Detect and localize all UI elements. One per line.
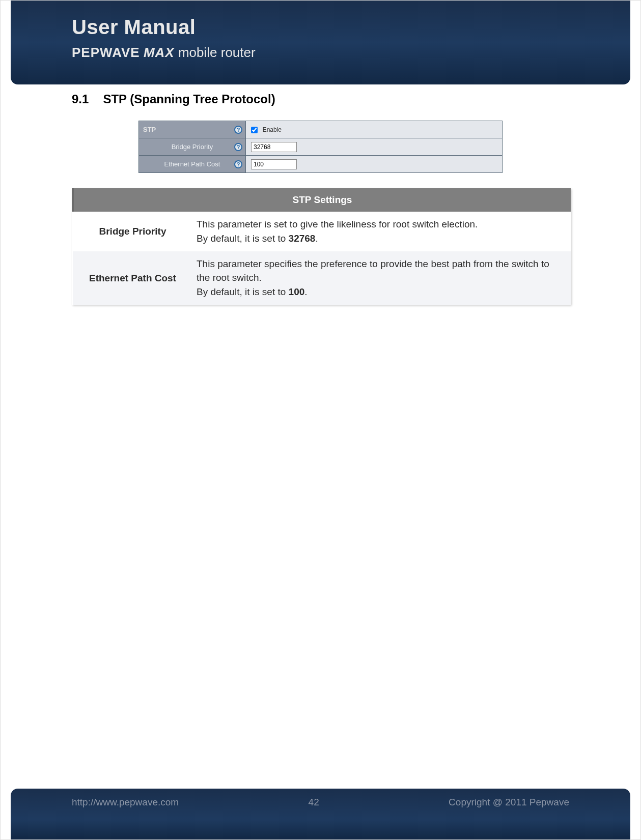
header-title: User Manual	[72, 16, 630, 39]
stp-enable-label: Enable	[263, 126, 282, 133]
ethernet-path-cost-input[interactable]	[251, 159, 297, 169]
config-value-bridge-priority	[246, 138, 503, 156]
settings-row-bridge-priority: Bridge Priority This parameter is set to…	[73, 212, 571, 251]
footer-page-number: 42	[309, 797, 319, 808]
document-page: User Manual PEPWAVE MAX mobile router 9.…	[0, 0, 641, 840]
settings-row-ethernet-path-cost: Ethernet Path Cost This parameter specif…	[73, 251, 571, 305]
default-prefix: By default, it is set to	[197, 286, 289, 297]
footer-url: http://www.pepwave.com	[72, 797, 179, 808]
default-prefix: By default, it is set to	[197, 233, 289, 244]
config-row-stp: STP ? Enable	[139, 121, 503, 138]
default-value: 32768	[289, 233, 316, 244]
param-name-bridge-priority: Bridge Priority	[73, 212, 192, 251]
product-type: mobile router	[178, 45, 256, 60]
page-content: 9.1STP (Spanning Tree Protocol) STP ? En…	[72, 92, 569, 305]
param-default-line: By default, it is set to 100.	[197, 285, 562, 299]
config-label-text: Ethernet Path Cost	[164, 160, 220, 168]
brand-name: PEPWAVE	[72, 45, 140, 60]
config-value-stp: Enable	[246, 121, 503, 138]
config-label-ethernet-path-cost: Ethernet Path Cost ?	[139, 156, 246, 173]
settings-header-cell: STP Settings	[73, 188, 571, 212]
param-name-ethernet-path-cost: Ethernet Path Cost	[73, 251, 192, 305]
config-value-ethernet-path-cost	[246, 156, 503, 173]
section-heading: 9.1STP (Spanning Tree Protocol)	[72, 92, 569, 106]
param-default-line: By default, it is set to 32768.	[197, 232, 562, 245]
bridge-priority-input[interactable]	[251, 142, 297, 152]
stp-enable-checkbox[interactable]	[251, 127, 258, 133]
footer-inner: http://www.pepwave.com 42 Copyright @ 20…	[11, 789, 630, 816]
help-icon[interactable]: ?	[234, 126, 242, 134]
default-value: 100	[289, 286, 305, 297]
stp-config-table: STP ? Enable Bridge Priority ?	[138, 121, 503, 173]
page-footer: http://www.pepwave.com 42 Copyright @ 20…	[11, 789, 630, 839]
model-name: MAX	[144, 45, 175, 60]
page-header: User Manual PEPWAVE MAX mobile router	[11, 1, 630, 84]
section-title: STP (Spanning Tree Protocol)	[103, 92, 275, 106]
stp-settings-table: STP Settings Bridge Priority This parame…	[72, 188, 571, 305]
param-desc-ethernet-path-cost: This parameter specifies the preference …	[192, 251, 571, 305]
default-suffix: .	[304, 286, 307, 297]
config-row-bridge-priority: Bridge Priority ?	[139, 138, 503, 156]
config-label-stp: STP ?	[139, 121, 246, 138]
param-desc-text: This parameter specifies the preference …	[197, 258, 549, 282]
section-number: 9.1	[72, 92, 89, 106]
help-icon[interactable]: ?	[234, 143, 242, 151]
help-icon[interactable]: ?	[234, 160, 242, 168]
config-label-text: Bridge Priority	[172, 143, 213, 151]
default-suffix: .	[315, 233, 318, 244]
footer-copyright: Copyright @ 2011 Pepwave	[449, 797, 569, 808]
config-label-text: STP	[143, 126, 156, 133]
header-subtitle: PEPWAVE MAX mobile router	[72, 45, 630, 61]
config-label-bridge-priority: Bridge Priority ?	[139, 138, 246, 156]
settings-header-row: STP Settings	[73, 188, 571, 212]
config-row-ethernet-path-cost: Ethernet Path Cost ?	[139, 156, 503, 173]
param-desc-bridge-priority: This parameter is set to give the likeli…	[192, 212, 571, 251]
param-desc-text: This parameter is set to give the likeli…	[197, 219, 478, 229]
